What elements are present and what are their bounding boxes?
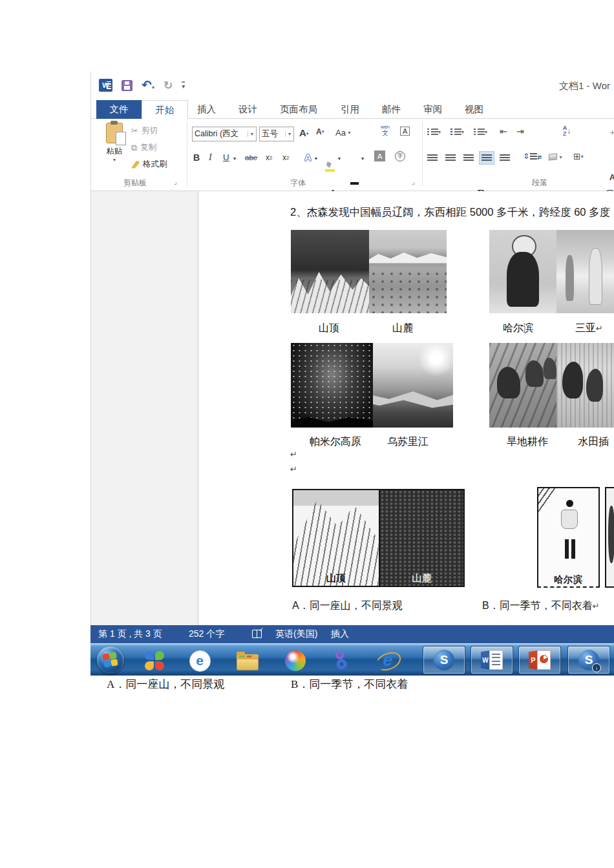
character-shading-button[interactable]: A [374, 150, 385, 161]
caption-mountain-foot[interactable]: 山麓 [392, 322, 413, 335]
word-count[interactable]: 252 个字 [189, 628, 224, 640]
superscript-button[interactable]: x2 [282, 153, 289, 162]
copy-button[interactable]: ⧉ 复制 [131, 142, 156, 153]
sogou-download-taskbar-button[interactable]: S ↓ [567, 646, 610, 674]
option-b-text[interactable]: B．同一季节，不同衣着↵ [482, 599, 600, 613]
tab-insert[interactable]: 插入 [188, 100, 225, 119]
word-taskbar-button[interactable]: W [471, 646, 513, 674]
shrink-font-button[interactable]: A▾ [316, 127, 324, 136]
save-icon[interactable] [122, 80, 132, 91]
caption-mountain-top[interactable]: 山顶 [319, 322, 339, 335]
undo-button[interactable]: ↶▾ [142, 79, 154, 92]
bullets-button[interactable]: ▾ [427, 128, 441, 136]
caption-paddy[interactable]: 水田插 [578, 435, 609, 449]
caption-sanya[interactable]: 三亚↵ [575, 322, 603, 335]
tab-mailings[interactable]: 邮件 [373, 100, 410, 119]
e-browser-icon[interactable]: e [187, 648, 212, 673]
tab-review[interactable]: 审阅 [414, 100, 451, 119]
figure8-app-icon[interactable] [330, 648, 354, 673]
justify-button[interactable] [479, 151, 494, 165]
caption-ussuri[interactable]: 乌苏里江 [387, 435, 429, 449]
align-center-button[interactable] [443, 151, 458, 165]
borders-button[interactable]: ⊞▾ [573, 151, 584, 161]
file-explorer-icon[interactable] [235, 648, 260, 673]
increase-indent-button[interactable]: ⇥ [516, 126, 524, 136]
insert-mode-indicator[interactable]: 插入 [331, 628, 349, 640]
tab-page-layout[interactable]: 页面布局 [271, 100, 326, 119]
tab-home[interactable]: 开始 [142, 100, 188, 119]
highlight-color-icon[interactable] [325, 161, 335, 172]
photo-mountain-foot[interactable] [369, 230, 447, 313]
distribute-button[interactable] [497, 151, 513, 165]
colorful-ball-app-icon[interactable] [283, 648, 308, 673]
tab-file[interactable]: 文件 [96, 100, 142, 119]
clipboard-dialog-launcher[interactable]: ⌟ [174, 178, 177, 185]
enclose-characters-button[interactable]: 字 [395, 151, 405, 161]
font-color-button[interactable]: A [351, 172, 614, 182]
shading-button[interactable]: ▾ [549, 152, 562, 161]
photo-box-same-mountain[interactable]: 山顶 山麓 [292, 489, 465, 587]
page-indicator[interactable]: 第 1 页 , 共 3 页 [98, 628, 162, 640]
italic-button[interactable]: I [209, 152, 212, 163]
internet-explorer-icon[interactable]: e [376, 648, 399, 672]
proofing-icon[interactable] [252, 630, 262, 638]
word-app-icon: W [99, 79, 112, 92]
language-indicator[interactable]: 英语(美国) [275, 628, 317, 640]
powerpoint-taskbar-button[interactable]: P [518, 646, 561, 674]
paragraph-mark[interactable]: ↵ [290, 464, 297, 474]
tab-view[interactable]: 视图 [456, 100, 492, 119]
paragraph-mark[interactable]: ↵ [290, 450, 297, 459]
align-left-button[interactable] [425, 151, 440, 165]
underline-button[interactable]: U [223, 152, 229, 162]
highlight-dropdown[interactable]: ▾ [338, 156, 341, 161]
change-case-button[interactable]: Aa ▾ [335, 128, 351, 138]
multilevel-list-button[interactable]: ▾ [474, 128, 487, 136]
bullets-icon [427, 128, 438, 136]
strikethrough-button[interactable]: abe [245, 154, 257, 161]
start-button[interactable] [97, 646, 124, 674]
underline-dropdown[interactable]: ▾ [233, 156, 236, 161]
font-color-dropdown[interactable]: ▾ [361, 156, 364, 161]
font-name-combo[interactable]: Calibri (西文▾ [192, 127, 257, 141]
character-border-button[interactable]: A [400, 127, 410, 136]
photo-harbin-winter[interactable] [489, 230, 556, 313]
photo-box-harbin-girl[interactable]: 哈尔滨 [537, 487, 600, 588]
tab-references[interactable]: 引用 [332, 100, 368, 119]
caption-harbin[interactable]: 哈尔滨 [503, 322, 534, 335]
cut-button[interactable]: ✂ 剪切 [131, 125, 158, 136]
customize-qat-button[interactable]: ▾ [182, 81, 185, 90]
photo-pamir-plateau[interactable] [291, 343, 373, 428]
photo-mountain-top[interactable] [291, 230, 369, 313]
bold-button[interactable]: B [193, 152, 200, 163]
option-a-text[interactable]: A．同一座山，不同景观 [292, 599, 403, 613]
sort-button[interactable]: AZ ↓ [563, 125, 571, 136]
caption-dryland[interactable]: 旱地耕作 [507, 435, 548, 449]
redo-button[interactable]: ↻ [164, 80, 173, 91]
text-effects-button[interactable]: A [304, 152, 312, 163]
sogou-taskbar-button[interactable]: S [423, 646, 465, 674]
numbering-button[interactable]: ▾ [450, 128, 464, 136]
caption-pamir[interactable]: 帕米尔高原 [310, 435, 361, 449]
photo-box-partial[interactable] [605, 487, 614, 588]
phonetic-guide-button[interactable]: wén 文 [381, 125, 390, 136]
pinwheel-app-icon[interactable] [142, 648, 167, 673]
photo-ussuri-river[interactable] [373, 343, 453, 428]
document-area[interactable]: 2、杰森发现中国幅员辽阔，东西相距 5000 多千米，跨经度 60 多度， 山顶… [90, 191, 614, 625]
photo-dryland-farming[interactable] [489, 343, 556, 428]
paste-button[interactable]: 粘贴 ▾ [100, 123, 129, 174]
show-marks-button-partial[interactable]: ＋ [608, 127, 614, 138]
tab-design[interactable]: 设计 [229, 100, 266, 119]
align-right-button[interactable] [461, 151, 476, 165]
footer-option-b: B．同一季节，不同衣着 [291, 677, 408, 692]
photo-sanya-beach[interactable] [556, 230, 614, 313]
grow-font-button[interactable]: A▴ [299, 127, 308, 138]
decrease-indent-button[interactable]: ⇤ [500, 126, 507, 136]
photo-paddy-planting[interactable] [556, 343, 614, 428]
font-size-combo[interactable]: 五号▾ [259, 127, 294, 141]
format-painter-button[interactable]: 格式刷 [131, 159, 167, 170]
line-spacing-button[interactable]: ⇕▾ [523, 152, 540, 161]
subscript-button[interactable]: x2 [266, 153, 272, 162]
text-effects-dropdown[interactable]: ▾ [315, 156, 317, 161]
font-dialog-launcher[interactable]: ⌟ [412, 178, 415, 185]
question-text[interactable]: 2、杰森发现中国幅员辽阔，东西相距 5000 多千米，跨经度 60 多度， [290, 205, 614, 220]
